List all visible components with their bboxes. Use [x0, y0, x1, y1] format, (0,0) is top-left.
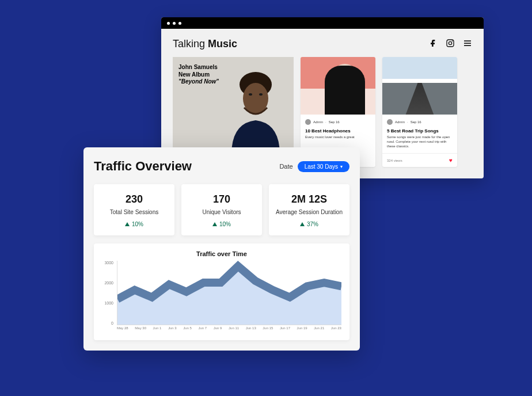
trend-up-icon — [300, 222, 305, 226]
card-date: Sep 16 — [411, 120, 421, 124]
date-range-dropdown[interactable]: Last 30 Days — [298, 161, 349, 172]
stat-trend: 10% — [100, 221, 169, 227]
stat-value: 170 — [187, 193, 256, 205]
trend-value: 10% — [132, 221, 143, 227]
x-tick: Jun 9 — [214, 326, 222, 336]
stat-label: Total Site Sessions — [100, 209, 169, 215]
date-filter: Date Last 30 Days — [279, 161, 349, 172]
y-tick: 3000 — [100, 261, 113, 265]
x-axis-ticks: May 28May 30Jun 1Jun 3Jun 5Jun 7Jun 9Jun… — [117, 326, 341, 336]
svg-point-8 — [249, 93, 252, 96]
heart-icon[interactable]: ♥ — [449, 157, 453, 163]
stat-label: Unique Visitors — [187, 209, 256, 215]
analytics-header: Traffic Overview Date Last 30 Days — [94, 159, 349, 174]
card-date: Sep 16 — [329, 120, 340, 124]
analytics-title: Traffic Overview — [94, 159, 192, 174]
svg-rect-5 — [464, 45, 471, 46]
date-label: Date — [279, 163, 292, 170]
traffic-chart: Traffic over Time 3000200010000 May 28Ma… — [94, 243, 349, 340]
stat-value: 2M 12S — [275, 193, 344, 205]
instagram-icon[interactable] — [446, 39, 455, 50]
x-tick: Jun 23 — [331, 326, 341, 336]
hero-line3: "Beyond Now" — [178, 78, 219, 86]
y-tick: 1000 — [100, 301, 113, 305]
card-desc: Some songs were just made for the open r… — [387, 135, 453, 148]
y-tick: 0 — [100, 321, 113, 325]
header-icons — [428, 39, 472, 50]
trend-value: 37% — [307, 221, 318, 227]
card-image — [301, 57, 375, 115]
svg-rect-3 — [464, 40, 471, 41]
window-titlebar — [161, 17, 484, 29]
date-range-value: Last 30 Days — [305, 163, 338, 170]
x-tick: Jun 7 — [198, 326, 207, 336]
hero-feature[interactable]: John Samuels New Album "Beyond Now" — [173, 57, 294, 155]
card-author: Admin — [395, 120, 405, 124]
trend-up-icon — [212, 222, 217, 226]
window-dot — [178, 22, 181, 25]
hero-person-image — [221, 63, 290, 155]
hero-text: John Samuels New Album "Beyond Now" — [178, 64, 219, 86]
svg-point-1 — [449, 41, 451, 44]
stat-cards: 230 Total Site Sessions 10% 170 Unique V… — [94, 184, 349, 235]
avatar — [387, 119, 393, 125]
stat-trend: 37% — [275, 221, 344, 227]
chart-area: 3000200010000 May 28May 30Jun 1Jun 3Jun … — [100, 261, 344, 336]
facebook-icon[interactable] — [428, 39, 438, 50]
site-brand: Talking Music — [173, 38, 237, 50]
avatar — [305, 119, 311, 125]
card-author: Admin — [313, 120, 323, 124]
svg-point-9 — [259, 93, 263, 96]
window-dot — [167, 22, 170, 25]
brand-part-a: Talking — [173, 38, 208, 50]
card-desc: Every music lover needs a great — [305, 135, 371, 140]
x-tick: Jun 3 — [168, 326, 177, 336]
card-title: 5 Best Road Trip Songs — [387, 128, 453, 134]
x-tick: May 28 — [117, 326, 128, 336]
window-dot — [173, 22, 176, 25]
trend-up-icon — [125, 222, 130, 226]
article-card-roadtrip[interactable]: Admin · Sep 16 5 Best Road Trip Songs So… — [382, 57, 457, 167]
stat-label: Average Session Duration — [275, 209, 344, 215]
card-views: 324 views — [387, 159, 402, 162]
chart-svg — [117, 261, 341, 325]
y-axis-ticks: 3000200010000 — [100, 261, 116, 325]
stat-total-sessions[interactable]: 230 Total Site Sessions 10% — [94, 184, 174, 235]
svg-rect-4 — [464, 43, 471, 44]
card-meta: Admin · Sep 16 — [387, 119, 453, 125]
hamburger-menu-icon[interactable] — [463, 39, 472, 50]
x-tick: Jun 13 — [246, 326, 256, 336]
card-image — [382, 57, 457, 115]
hero-line1: John Samuels — [178, 64, 219, 71]
x-tick: May 30 — [135, 326, 146, 336]
card-footer: 324 views ♥ — [382, 153, 457, 167]
y-tick: 2000 — [100, 281, 113, 285]
x-tick: Jun 15 — [263, 326, 273, 336]
x-tick: Jun 11 — [229, 326, 239, 336]
x-tick: Jun 21 — [314, 326, 324, 336]
chart-title: Traffic over Time — [100, 250, 344, 257]
analytics-panel: Traffic Overview Date Last 30 Days 230 T… — [83, 147, 360, 351]
card-title: 10 Best Headphones — [305, 128, 371, 134]
stat-avg-session-duration[interactable]: 2M 12S Average Session Duration 37% — [269, 184, 349, 235]
site-header: Talking Music — [161, 29, 484, 57]
x-tick: Jun 5 — [183, 326, 192, 336]
chart-plot — [117, 261, 341, 325]
stat-unique-visitors[interactable]: 170 Unique Visitors 10% — [181, 184, 262, 235]
stat-trend: 10% — [187, 221, 256, 227]
x-tick: Jun 19 — [297, 326, 307, 336]
trend-value: 10% — [219, 221, 231, 227]
svg-point-2 — [452, 40, 453, 41]
x-tick: Jun 17 — [280, 326, 290, 336]
stat-value: 230 — [100, 193, 169, 205]
brand-part-b: Music — [208, 38, 237, 50]
card-meta: Admin · Sep 16 — [305, 119, 371, 125]
hero-line2: New Album — [178, 71, 219, 79]
x-tick: Jun 1 — [153, 326, 162, 336]
